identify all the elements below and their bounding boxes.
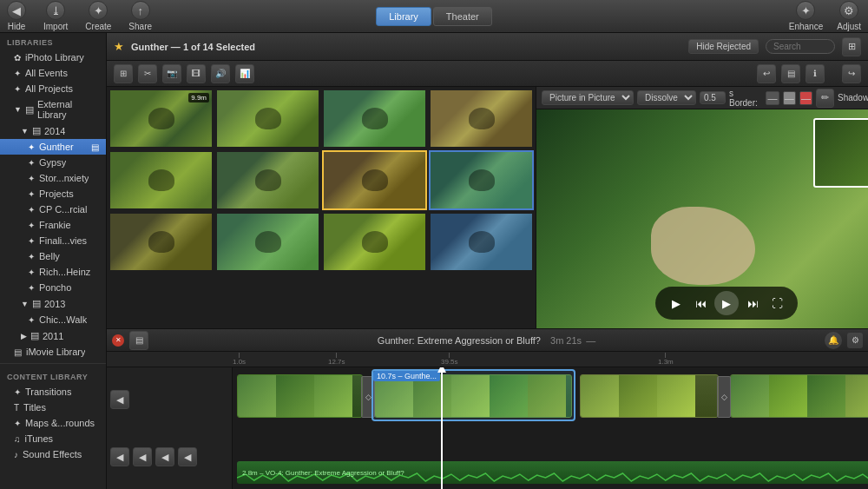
pip-overlay-clip[interactable] — [813, 118, 868, 188]
sidebar-item-rich-heinz[interactable]: ✦ Rich...Heinz — [0, 264, 106, 280]
clip-tool-7[interactable]: ℹ — [806, 64, 825, 83]
timeline-settings-button[interactable]: ⚙ — [847, 333, 863, 348]
clip-tool-1[interactable]: ⊞ — [114, 64, 133, 83]
sidebar-item-iphoto[interactable]: ✿ iPhoto Library — [0, 50, 106, 65]
sidebar-item-finali-vies[interactable]: ✦ Finali...vies — [0, 233, 106, 248]
play-pause-button[interactable]: ▶ — [714, 291, 739, 315]
clip-tool-2[interactable]: ✂ — [138, 64, 157, 83]
create-button[interactable]: ✦ Create — [85, 1, 111, 31]
enhance-icon: ✦ — [796, 1, 815, 20]
sidebar-item-itunes[interactable]: ♫ iTunes — [0, 431, 106, 446]
pip-shadow-label: Shadow — [838, 93, 868, 102]
sidebar-group-2013[interactable]: ▼ ▤ 2013 — [0, 295, 106, 312]
clip-tool-audio[interactable]: 🔊 — [211, 64, 230, 83]
search-input[interactable] — [766, 39, 835, 54]
top-toolbar: ◀ Hide ⤓ Import ✦ Create ↑ Share Library… — [0, 0, 868, 33]
enhance-button[interactable]: ✦ Enhance — [789, 1, 823, 31]
next-button[interactable]: ⏭ — [742, 293, 763, 314]
tl-track-btn-5[interactable]: ◀ — [178, 447, 197, 466]
sidebar-group-external-library[interactable]: ▼ ▤ External Library — [0, 96, 106, 122]
hide-rejected-button[interactable]: Hide Rejected — [688, 39, 759, 54]
sidebar-item-transitions[interactable]: ✦ Transitions — [0, 384, 106, 400]
pip-brush-btn[interactable]: ✏ — [816, 89, 834, 108]
thumbnail-2[interactable] — [215, 89, 320, 149]
thumbnail-8[interactable] — [429, 150, 534, 210]
sidebar-item-belly[interactable]: ✦ Belly — [0, 248, 106, 264]
sidebar-item-sound-effects[interactable]: ♪ Sound Effects — [0, 446, 106, 462]
rich-icon: ✦ — [28, 268, 35, 277]
transition-btn-2[interactable]: ◇ — [717, 376, 731, 418]
pip-color-3[interactable]: — — [799, 91, 812, 105]
prev-button[interactable]: ⏮ — [690, 293, 711, 314]
audio-track: 2.8m – VO-4: Gunther: Extreme Aggression… — [233, 461, 868, 486]
sidebar-item-stor-nxiety[interactable]: ✦ Stor...nxiety — [0, 170, 106, 186]
external-library-icon: ▤ — [25, 104, 34, 116]
theater-tab[interactable]: Theater — [433, 7, 492, 26]
toolbar-right: ✦ Enhance ⚙ Adjust — [492, 1, 861, 31]
sidebar-item-cp-crcial[interactable]: ✦ CP C...rcial — [0, 202, 106, 217]
sidebar-item-frankie[interactable]: ✦ Frankie — [0, 217, 106, 233]
thumbnail-grid: 9.9m — [107, 87, 536, 274]
share-button[interactable]: ↑ Share — [128, 1, 152, 31]
timeline-close-button[interactable]: ✕ — [112, 334, 124, 347]
tab-group: Library Theater — [376, 7, 492, 26]
sidebar-item-titles[interactable]: T Titles — [0, 400, 106, 415]
pip-transition-select[interactable]: Dissolve — [637, 90, 696, 105]
sidebar-item-all-projects[interactable]: ✦ All Projects — [0, 81, 106, 96]
clip-tool-5[interactable]: 📊 — [235, 64, 254, 83]
collapse-2013-icon: ▼ — [21, 300, 29, 308]
video-clip-4[interactable] — [730, 374, 868, 418]
sidebar-item-gunther[interactable]: ✦ Gunther ▤ — [0, 139, 106, 155]
thumbnail-5[interactable] — [108, 150, 214, 210]
clip-tool-redo[interactable]: ↪ — [842, 64, 861, 83]
pip-color-1[interactable]: — — [766, 91, 779, 105]
sidebar-item-chic-walk[interactable]: ✦ Chic...Walk — [0, 312, 106, 327]
main-area: LIBRARIES ✿ iPhoto Library ✦ All Events … — [0, 33, 868, 489]
sidebar-item-poncho[interactable]: ✦ Poncho — [0, 280, 106, 295]
hide-button[interactable]: ◀ Hide — [7, 1, 26, 31]
pip-s-border-label: s Border: — [729, 89, 762, 108]
import-button[interactable]: ⤓ Import — [43, 1, 68, 31]
tl-track-btn-3[interactable]: ◀ — [133, 447, 152, 466]
library-tab[interactable]: Library — [376, 7, 431, 26]
sidebar-item-gypsy[interactable]: ✦ Gypsy — [0, 155, 106, 170]
thumbnail-1[interactable]: 9.9m — [108, 89, 214, 149]
fullscreen-button[interactable]: ⛶ — [766, 293, 787, 314]
video-clip-3[interactable] — [580, 374, 719, 418]
thumbnail-12[interactable] — [429, 212, 534, 272]
tl-track-btn-2[interactable]: ◀ — [110, 447, 129, 466]
sound-icon: ♪ — [14, 450, 18, 459]
pip-mode-select[interactable]: Picture in Picture — [542, 90, 634, 105]
adjust-button[interactable]: ⚙ Adjust — [837, 1, 861, 31]
timeline-audio-btn[interactable]: 🔔 — [825, 332, 842, 349]
timeline-content: ◀ ◀ ◀ ◀ ◀ — [107, 367, 868, 489]
folder-2011-icon: ▤ — [30, 330, 39, 341]
sidebar-group-2011[interactable]: ▶ ▤ 2011 — [0, 327, 106, 344]
clip-tool-4[interactable]: 🎞 — [187, 64, 206, 83]
folder-2013-icon: ▤ — [32, 298, 41, 309]
thumbnail-4[interactable] — [429, 89, 534, 149]
thumbnail-10[interactable] — [215, 212, 320, 272]
sidebar-item-projects[interactable]: ✦ Projects — [0, 186, 106, 202]
timeline-dash: — — [586, 335, 595, 346]
thumbnail-9[interactable] — [108, 212, 214, 272]
sidebar-item-all-events[interactable]: ✦ All Events — [0, 65, 106, 81]
thumbnail-11[interactable] — [322, 212, 427, 272]
tl-track-btn-4[interactable]: ◀ — [155, 447, 174, 466]
audio-clip[interactable]: 2.8m – VO-4: Gunther: Extreme Aggression… — [237, 461, 868, 484]
video-clip-1[interactable] — [237, 374, 363, 418]
sidebar-group-2014[interactable]: ▼ ▤ 2014 — [0, 122, 106, 139]
grid-view-button[interactable]: ⊞ — [842, 37, 861, 56]
clip-tool-3[interactable]: 📷 — [162, 64, 181, 83]
sidebar-item-maps[interactable]: ✦ Maps &...rounds — [0, 415, 106, 431]
play-button[interactable]: ▶ — [666, 293, 687, 314]
clip-tool-6[interactable]: ▤ — [781, 64, 800, 83]
pip-color-2[interactable]: — — [783, 91, 796, 105]
pip-value-input[interactable] — [700, 91, 726, 104]
thumbnail-3[interactable] — [322, 89, 427, 149]
clip-tool-undo[interactable]: ↩ — [757, 64, 776, 83]
sidebar-item-imovie-library[interactable]: ▤ iMovie Library — [0, 344, 106, 360]
tl-track-btn-1[interactable]: ◀ — [110, 390, 129, 409]
thumbnail-7[interactable] — [322, 150, 427, 210]
thumbnail-6[interactable] — [215, 150, 320, 210]
